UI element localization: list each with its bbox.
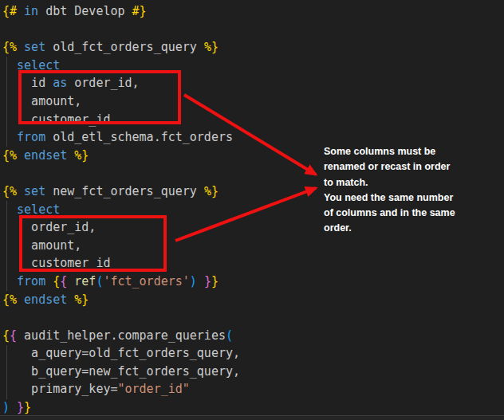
code-token: {% <box>2 292 17 307</box>
code-token: select <box>17 202 60 217</box>
code-token <box>67 148 74 163</box>
code-token: dbt Develop <box>38 4 132 18</box>
code-line: {% endset %} <box>2 291 240 309</box>
code-token <box>45 274 53 289</box>
code-token <box>17 148 24 163</box>
code-token: old_fct_orders_query <box>45 40 204 54</box>
code-token: { <box>53 274 60 289</box>
code-token: } <box>24 400 31 414</box>
code-token: {# <box>2 4 17 18</box>
code-token <box>67 274 74 289</box>
code-token: } <box>211 274 219 289</box>
code-line: from old_etl_schema.fct_orders <box>2 128 240 147</box>
code-token <box>197 274 204 289</box>
code-token: ( <box>226 328 233 343</box>
code-token: a_query=old_fct_orders_query, <box>2 346 240 360</box>
code-token <box>10 400 17 414</box>
code-token <box>17 292 24 307</box>
code-token: endset <box>24 292 67 307</box>
panel-divider <box>0 415 504 420</box>
code-token <box>67 292 74 307</box>
code-line: {% endset %} <box>2 147 240 165</box>
code-token: old_etl_schema.fct_orders <box>45 130 233 144</box>
code-line: {% set new_fct_orders_query %} <box>2 183 240 201</box>
code-token: "order_id" <box>118 382 190 396</box>
code-token: { <box>60 274 67 289</box>
code-line: {% set old_fct_orders_query %} <box>2 38 240 57</box>
code-editor[interactable]: {# in dbt Develop #} {% set old_fct_orde… <box>0 0 240 417</box>
code-line <box>2 21 240 39</box>
code-token: from <box>17 130 45 144</box>
code-token: { <box>2 328 10 343</box>
code-token: 'fct_orders' <box>103 274 189 289</box>
code-line: primary_key="order_id" <box>2 380 240 398</box>
code-line: ) }} <box>2 398 240 417</box>
code-line: b_query=new_fct_orders_query, <box>2 363 240 381</box>
code-token <box>17 40 24 54</box>
code-token: set <box>24 40 45 54</box>
code-token: endset <box>24 148 67 163</box>
code-token: {% <box>2 148 17 163</box>
code-line: {{ audit_helper.compare_queries( <box>2 327 240 345</box>
editor-screenshot: {# in dbt Develop #} {% set old_fct_orde… <box>0 0 504 420</box>
annotation-note-line: renamed or recast in order <box>324 159 483 175</box>
annotation-note-line: to match. <box>324 175 483 190</box>
code-token: audit_helper.compare_queries <box>17 328 226 343</box>
code-token: new_fct_orders_query <box>45 184 204 198</box>
code-token: %} <box>74 292 89 307</box>
annotation-note: Some columns must berenamed or recast in… <box>324 144 483 237</box>
code-token: from <box>17 274 45 289</box>
code-token: %} <box>204 184 219 198</box>
code-line <box>2 308 240 327</box>
code-token: in <box>24 4 38 18</box>
code-token: { <box>10 328 17 343</box>
code-token: primary_key= <box>2 382 118 396</box>
code-token: %} <box>74 148 89 163</box>
code-token: %} <box>204 40 219 54</box>
code-token: } <box>17 400 24 414</box>
code-token: ) <box>2 400 10 414</box>
code-line: a_query=old_fct_orders_query, <box>2 344 240 363</box>
code-line: from {{ ref('fct_orders') }} <box>2 273 240 291</box>
code-token <box>17 184 24 198</box>
code-token: ) <box>190 274 197 289</box>
code-line <box>2 164 240 183</box>
annotation-note-line: order. <box>324 221 483 236</box>
code-token: {% <box>2 184 17 198</box>
code-token <box>2 130 17 144</box>
code-token: b_query=new_fct_orders_query, <box>2 364 240 379</box>
annotation-note-line: You need the same number <box>324 190 483 206</box>
annotation-note-line: of columns and in the same <box>324 206 483 221</box>
annotation-box <box>19 215 167 272</box>
code-token: #} <box>132 4 147 18</box>
code-line: {# in dbt Develop #} <box>2 2 240 21</box>
code-token <box>2 58 17 73</box>
code-token: ref <box>74 274 96 289</box>
code-token: {% <box>2 40 17 54</box>
code-token <box>17 4 24 18</box>
code-token: } <box>204 274 211 289</box>
annotation-note-line: Some columns must be <box>324 144 483 159</box>
annotation-box <box>18 70 181 124</box>
code-token <box>2 202 17 217</box>
code-token: set <box>24 184 45 198</box>
code-token <box>2 274 17 289</box>
